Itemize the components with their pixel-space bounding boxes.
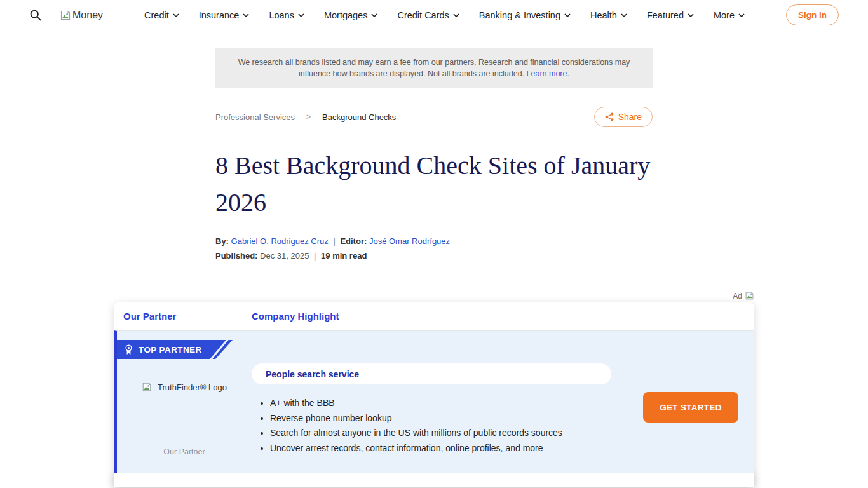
logo-alt-text: Money — [72, 10, 103, 21]
page-title: 8 Best Background Check Sites of January… — [215, 147, 653, 221]
next-partner-row-partial — [114, 473, 754, 487]
chevron-down-icon — [453, 13, 459, 17]
chevron-down-icon — [738, 13, 745, 17]
disclosure-text: We research all brands listed and may ea… — [238, 58, 630, 78]
nav-label: More — [714, 10, 735, 20]
nav-label: Banking & Investing — [479, 10, 560, 20]
feature-item: Reverse phone number lookup — [270, 413, 611, 423]
chevron-down-icon — [173, 13, 179, 17]
published-line: Published: Dec 31, 2025 | 19 min read — [215, 251, 653, 261]
breadcrumb-background-checks[interactable]: Background Checks — [322, 112, 396, 122]
advertiser-disclosure: We research all brands listed and may ea… — [215, 48, 653, 88]
column-header-company-highlight: Company Highlight — [252, 311, 339, 322]
company-highlight-cell: People search service A+ with the BBB Re… — [252, 331, 611, 458]
nav-item-loans[interactable]: Loans — [269, 10, 304, 20]
chevron-down-icon — [621, 13, 627, 17]
breadcrumb: Professional Services > Background Check… — [215, 112, 396, 122]
published-label: Published: — [215, 251, 257, 261]
published-date: Dec 31, 2025 — [260, 251, 309, 261]
chevron-down-icon — [243, 13, 249, 17]
broken-image-icon — [60, 10, 71, 21]
top-navigation-bar: Money Credit Insurance Loans Mortgages C… — [0, 0, 868, 30]
money-logo[interactable]: Money — [60, 10, 103, 21]
nav-item-banking-investing[interactable]: Banking & Investing — [479, 10, 571, 20]
by-label: By: — [215, 236, 229, 246]
nav-item-health[interactable]: Health — [590, 10, 627, 20]
feature-item: A+ with the BBB — [270, 398, 611, 408]
nav-item-featured[interactable]: Featured — [647, 10, 694, 20]
highlight-pill: People search service — [252, 363, 611, 384]
column-header-our-partner: Our Partner — [123, 311, 176, 322]
editor-label: Editor: — [340, 236, 367, 246]
partner-logo-cell: TruthFinder® Logo Our Partner — [117, 331, 252, 473]
feature-list: A+ with the BBB Reverse phone number loo… — [270, 398, 611, 453]
share-icon — [605, 112, 614, 121]
ad-label: Ad — [733, 292, 742, 301]
editor-link[interactable]: José Omar Rodríguez — [369, 236, 450, 246]
nav-item-more[interactable]: More — [714, 10, 745, 20]
chevron-down-icon — [564, 13, 571, 17]
nav-label: Credit Cards — [397, 10, 449, 20]
main-nav: Credit Insurance Loans Mortgages Credit … — [103, 10, 786, 20]
partner-table-header: Our Partner Company Highlight — [114, 302, 754, 330]
broken-image-icon — [745, 291, 754, 301]
chevron-down-icon — [298, 13, 304, 17]
nav-label: Credit — [144, 10, 169, 20]
our-partner-caption: Our Partner — [117, 447, 252, 456]
publine-pipe: | — [311, 251, 318, 261]
get-started-button[interactable]: GET STARTED — [643, 392, 738, 423]
share-button[interactable]: Share — [594, 107, 653, 127]
chevron-down-icon — [371, 13, 377, 17]
nav-item-credit[interactable]: Credit — [144, 10, 179, 20]
read-time: 19 min read — [321, 251, 367, 261]
ad-label-row: Ad — [114, 291, 754, 301]
nav-label: Health — [590, 10, 617, 20]
feature-item: Search for almost anyone in the US with … — [270, 428, 611, 438]
nav-label: Featured — [647, 10, 684, 20]
breadcrumb-separator: > — [306, 112, 311, 121]
byline: By: Gabriel O. Rodriguez Cruz | Editor: … — [215, 236, 653, 246]
author-link[interactable]: Gabriel O. Rodriguez Cruz — [231, 236, 329, 246]
nav-label: Loans — [269, 10, 294, 20]
nav-item-insurance[interactable]: Insurance — [199, 10, 250, 20]
nav-label: Insurance — [199, 10, 240, 20]
partner-row: TOP PARTNER TruthFinder® Logo Our Partne… — [114, 330, 754, 473]
breadcrumb-professional-services[interactable]: Professional Services — [215, 112, 295, 122]
share-label: Share — [618, 112, 642, 122]
nav-item-credit-cards[interactable]: Credit Cards — [397, 10, 459, 20]
disclosure-period: . — [567, 69, 569, 78]
chevron-down-icon — [688, 13, 694, 17]
sign-in-button[interactable]: Sign In — [786, 4, 839, 25]
search-icon[interactable] — [29, 8, 43, 22]
partner-logo[interactable]: TruthFinder® Logo — [117, 382, 252, 392]
broken-image-icon — [142, 382, 152, 392]
feature-item: Uncover arrest records, contact informat… — [270, 443, 611, 453]
learn-more-link[interactable]: Learn more — [527, 69, 567, 78]
nav-label: Mortgages — [324, 10, 368, 20]
partner-logo-alt-text: TruthFinder® Logo — [158, 383, 227, 392]
byline-pipe: | — [330, 236, 337, 246]
nav-item-mortgages[interactable]: Mortgages — [324, 10, 378, 20]
highlight-text: People search service — [266, 369, 359, 379]
top-partner-card: Our Partner Company Highlight TOP PARTNE… — [114, 302, 754, 487]
